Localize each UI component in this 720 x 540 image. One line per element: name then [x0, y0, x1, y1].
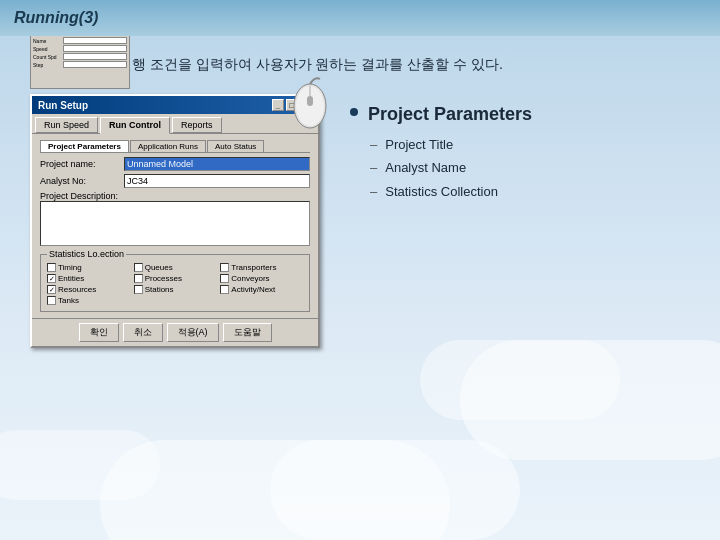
dialog-container: Arena Name Speed Count Spd	[30, 94, 320, 414]
checkbox-grid: Timing Queues Transporters	[47, 263, 303, 305]
cb-resources: Resources	[47, 285, 130, 294]
subtab-auto-status[interactable]: Auto Status	[207, 140, 264, 152]
cb-queues: Queues	[134, 263, 217, 272]
cb-resources-label: Resources	[58, 285, 96, 294]
label-description: Project Description:	[40, 191, 310, 201]
dialog-body: Project Parameters Application Runs Auto…	[32, 134, 318, 318]
app-ss-label-2: Speed	[33, 46, 61, 52]
bullet-main-item: Project Parameters	[350, 104, 690, 125]
dialog-main-tabs: Run Speed Run Control Reports	[32, 114, 318, 134]
cb-entities-box[interactable]	[47, 274, 56, 283]
btn-apply[interactable]: 적용(A)	[167, 323, 219, 342]
cb-processes: Processes	[134, 274, 217, 283]
cb-conveyors-box[interactable]	[220, 274, 229, 283]
group-label-statistics: Statistics Lo.ection	[47, 249, 126, 259]
main-content: 시뮬레이션의 실행 조건을 입력하여 사용자가 원하는 결과를 산출할 수 있다…	[0, 36, 720, 540]
btn-help[interactable]: 도움말	[223, 323, 272, 342]
label-project-name: Project name:	[40, 159, 120, 169]
cb-conveyors: Conveyors	[220, 274, 303, 283]
header-band: Running(3)	[0, 0, 720, 36]
cb-conveyors-label: Conveyors	[231, 274, 269, 283]
app-ss-row-4: Step	[33, 61, 127, 68]
app-ss-row-1: Name	[33, 37, 127, 44]
app-ss-input-3	[63, 53, 127, 60]
form-row-description: Project Description:	[40, 191, 310, 248]
cb-processes-label: Processes	[145, 274, 182, 283]
cb-resources-box[interactable]	[47, 285, 56, 294]
cb-activities: Activity/Next	[220, 285, 303, 294]
cb-activities-box[interactable]	[220, 285, 229, 294]
cb-queues-label: Queues	[145, 263, 173, 272]
app-ss-input-4	[63, 61, 127, 68]
sub-item-label-2: Analyst Name	[385, 156, 466, 179]
tab-run-speed[interactable]: Run Speed	[35, 117, 98, 133]
statistics-group: Statistics Lo.ection Timing Queues	[40, 254, 310, 312]
dialog-footer: 확인 취소 적용(A) 도움말	[32, 318, 318, 346]
input-analyst-no[interactable]: JC34	[124, 174, 310, 188]
cb-transporters: Transporters	[220, 263, 303, 272]
dash-2: –	[370, 156, 377, 179]
cb-entities-label: Entities	[58, 274, 84, 283]
dash-1: –	[370, 133, 377, 156]
cb-stations-box[interactable]	[134, 285, 143, 294]
bullet-dot	[350, 108, 358, 116]
label-analyst-no: Analyst No:	[40, 176, 120, 186]
bullet-main-text: Project Parameters	[368, 104, 532, 125]
form-row-project-name: Project name: Unnamed Model	[40, 157, 310, 171]
tab-run-control[interactable]: Run Control	[100, 117, 170, 134]
cb-stations-label: Stations	[145, 285, 174, 294]
btn-cancel[interactable]: 취소	[123, 323, 163, 342]
app-ss-row-3: Count Spd	[33, 53, 127, 60]
textarea-description[interactable]	[40, 201, 310, 246]
dash-3: –	[370, 180, 377, 203]
cb-timing: Timing	[47, 263, 130, 272]
form-row-analyst: Analyst No: JC34	[40, 174, 310, 188]
dialog-title: Run Setup	[38, 100, 88, 111]
cb-timing-box[interactable]	[47, 263, 56, 272]
cb-tanks: Tanks	[47, 296, 130, 305]
bullet-section: Project Parameters – Project Title – Ana…	[350, 94, 690, 203]
cb-stations: Stations	[134, 285, 217, 294]
input-project-name[interactable]: Unnamed Model	[124, 157, 310, 171]
dialog-titlebar: Run Setup _ □ ×	[32, 96, 318, 114]
sub-item-label-3: Statistics Collection	[385, 180, 498, 203]
bullet-sub-list: – Project Title – Analyst Name – Statist…	[350, 133, 690, 203]
app-ss-input-1	[63, 37, 127, 44]
bullet-sub-item-3: – Statistics Collection	[370, 180, 690, 203]
cb-timing-label: Timing	[58, 263, 82, 272]
app-ss-input-2	[63, 45, 127, 52]
app-ss-label-1: Name	[33, 38, 61, 44]
sub-tabs: Project Parameters Application Runs Auto…	[40, 140, 310, 153]
app-ss-row-2: Speed	[33, 45, 127, 52]
cb-tanks-box[interactable]	[47, 296, 56, 305]
main-row: Arena Name Speed Count Spd	[30, 94, 690, 414]
header-title: Running(3)	[14, 9, 98, 27]
cb-transporters-label: Transporters	[231, 263, 276, 272]
cb-entities: Entities	[47, 274, 130, 283]
bullet-sub-item-2: – Analyst Name	[370, 156, 690, 179]
subtab-project-params[interactable]: Project Parameters	[40, 140, 129, 152]
btn-ok[interactable]: 확인	[79, 323, 119, 342]
app-ss-body: Name Speed Count Spd Step	[31, 35, 129, 88]
tab-reports[interactable]: Reports	[172, 117, 222, 133]
app-ss-label-4: Step	[33, 62, 61, 68]
cb-queues-box[interactable]	[134, 263, 143, 272]
dialog-window: Run Setup _ □ × Run Speed Run Control Re…	[30, 94, 320, 348]
bullet-sub-item-1: – Project Title	[370, 133, 690, 156]
mouse-cursor	[280, 74, 340, 134]
cb-transporters-box[interactable]	[220, 263, 229, 272]
cb-processes-box[interactable]	[134, 274, 143, 283]
subtab-application-runs[interactable]: Application Runs	[130, 140, 206, 152]
sub-item-label-1: Project Title	[385, 133, 453, 156]
cb-activities-label: Activity/Next	[231, 285, 275, 294]
cb-tanks-label: Tanks	[58, 296, 79, 305]
app-ss-label-3: Count Spd	[33, 54, 61, 60]
